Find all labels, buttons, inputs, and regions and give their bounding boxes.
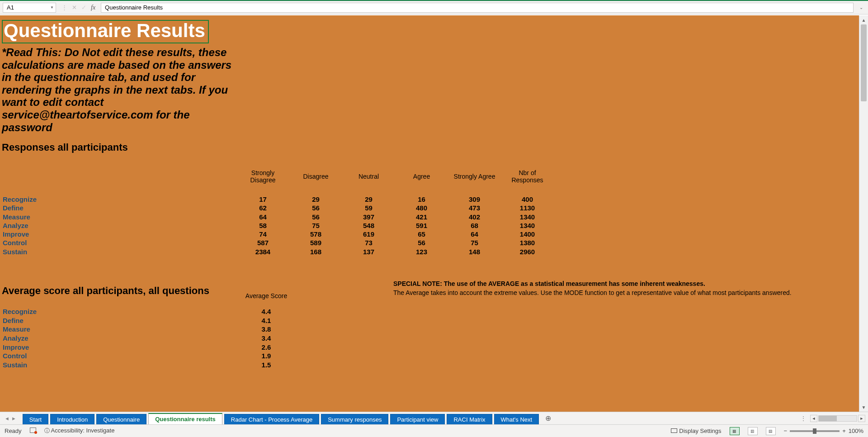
sheet-tab[interactable]: Participant view — [390, 414, 445, 425]
expand-formula-bar-icon[interactable]: ⌄ — [857, 5, 865, 10]
scroll-down-icon[interactable]: ▼ — [859, 403, 868, 412]
cell-sd: 64 — [237, 213, 289, 221]
cell-d: 56 — [290, 213, 342, 221]
worksheet[interactable]: Questionnaire Results *Read This: Do Not… — [0, 15, 859, 412]
responses-table: StronglyDisagree Disagree Neutral Agree … — [0, 168, 554, 256]
hscroll-thumb[interactable] — [819, 416, 837, 421]
scroll-up-icon[interactable]: ▲ — [859, 15, 868, 24]
cell-avg: 4.4 — [228, 308, 305, 316]
th-avg-score: Average Score — [228, 292, 305, 299]
row-label: Improve — [1, 343, 227, 352]
chevron-down-icon[interactable]: ▼ — [50, 5, 54, 10]
th-agree: Agree — [396, 169, 448, 184]
row-label: Control — [1, 352, 227, 360]
name-box[interactable]: A1 ▼ — [3, 3, 56, 13]
sheet-tab[interactable]: Questionnaire — [96, 414, 146, 425]
table-row: Measure64563974214021340 — [1, 213, 553, 221]
hscroll-right-icon[interactable]: ► — [858, 415, 865, 422]
accessibility-status[interactable]: ⓘ Accessibility: Investigate — [44, 427, 115, 435]
row-label: Recognize — [1, 308, 227, 316]
cell-sa: 309 — [448, 195, 500, 203]
cell-avg: 1.9 — [228, 352, 305, 360]
scroll-thumb[interactable] — [861, 24, 867, 101]
enter-icon[interactable]: ✓ — [81, 4, 86, 11]
formula-input-value: Questionnaire Results — [105, 4, 163, 11]
cell-sd: 74 — [237, 230, 289, 238]
cell-sa: 75 — [448, 239, 500, 247]
special-note-detail: The Average takes into account the extre… — [393, 289, 792, 296]
macro-record-icon[interactable] — [30, 428, 36, 434]
view-page-break-icon[interactable]: ▤ — [766, 427, 776, 435]
cell-n: 397 — [343, 213, 395, 221]
name-box-value: A1 — [7, 4, 14, 11]
table-row: Analyze3.4 — [1, 334, 305, 342]
formula-option-icon[interactable]: ⋮ — [61, 4, 67, 11]
vertical-scrollbar[interactable]: ▲ ▼ — [859, 15, 868, 412]
cell-a: 56 — [396, 239, 448, 247]
tab-nav-controls: ◄ ► — [0, 412, 21, 424]
sheet-tab[interactable]: Introduction — [50, 414, 94, 425]
sheet-tab[interactable]: Start — [23, 414, 48, 425]
zoom-value[interactable]: 100% — [849, 428, 863, 434]
table-row: Control1.9 — [1, 352, 305, 360]
warning-text: *Read This: Do Not edit these results, t… — [2, 46, 237, 133]
cell-d: 168 — [290, 248, 342, 256]
table-row: Improve7457861965641400 — [1, 230, 553, 238]
row-label: Analyze — [1, 222, 236, 229]
table-row: Analyze5875548591681340 — [1, 222, 553, 229]
row-label: Measure — [1, 213, 236, 221]
table-row: Recognize17292916309400 — [1, 195, 553, 203]
cell-nr: 1380 — [501, 239, 553, 247]
formula-input[interactable]: Questionnaire Results — [101, 3, 854, 13]
cell-d: 589 — [290, 239, 342, 247]
cell-d: 578 — [290, 230, 342, 238]
tab-nav-prev-icon[interactable]: ◄ — [5, 416, 9, 421]
tab-nav-next-icon[interactable]: ► — [11, 416, 16, 421]
th-disagree: Disagree — [290, 169, 342, 184]
cell-avg: 3.4 — [228, 334, 305, 342]
zoom-knob[interactable] — [813, 428, 816, 434]
cell-sa: 64 — [448, 230, 500, 238]
hscroll-track[interactable] — [818, 415, 857, 422]
view-page-layout-icon[interactable]: ▥ — [748, 427, 758, 435]
cell-sd: 17 — [237, 195, 289, 203]
sheet-tab[interactable]: Summary responses — [321, 414, 388, 425]
cell-sa: 402 — [448, 213, 500, 221]
cell-sa: 473 — [448, 204, 500, 212]
cancel-icon[interactable]: ✕ — [72, 4, 77, 11]
add-sheet-button[interactable]: ⊕ — [542, 412, 553, 424]
horizontal-scrollbar[interactable]: ⋮ ◄ ► — [795, 412, 868, 424]
cell-avg: 1.5 — [228, 361, 305, 369]
formula-bar-buttons: ⋮ ✕ ✓ fx — [60, 4, 97, 11]
th-nbr: Nbr of — [519, 169, 536, 176]
zoom-in-icon[interactable]: + — [842, 428, 846, 434]
hscroll-left-icon[interactable]: ◄ — [810, 415, 817, 422]
sheet-tab[interactable]: Questionnaire results — [148, 413, 222, 425]
display-settings-button[interactable]: Display Settings — [671, 428, 721, 434]
zoom-control[interactable]: − + 100% — [784, 428, 863, 434]
cell-nr: 1340 — [501, 213, 553, 221]
formula-bar: A1 ▼ ⋮ ✕ ✓ fx Questionnaire Results ⌄ — [0, 1, 868, 14]
cell-d: 29 — [290, 195, 342, 203]
cell-avg: 4.1 — [228, 317, 305, 325]
tab-split-handle[interactable]: ⋮ — [798, 415, 809, 422]
row-label: Improve — [1, 230, 236, 238]
cell-sd: 587 — [237, 239, 289, 247]
cell-n: 59 — [343, 204, 395, 212]
sheet-tab[interactable]: RACI Matrix — [447, 414, 492, 425]
cell-nr: 1400 — [501, 230, 553, 238]
zoom-out-icon[interactable]: − — [784, 428, 788, 434]
fx-icon[interactable]: fx — [91, 4, 95, 11]
sheet-tab[interactable]: Radar Chart - Process Average — [224, 414, 319, 425]
view-normal-icon[interactable]: ▦ — [730, 427, 740, 435]
sheet-tab[interactable]: What's Next — [494, 414, 539, 425]
sheet-tabs: StartIntroductionQuestionnaireQuestionna… — [21, 412, 539, 424]
table-row: Improve2.6 — [1, 343, 305, 352]
cell-a: 65 — [396, 230, 448, 238]
table-header-row: StronglyDisagree Disagree Neutral Agree … — [1, 169, 553, 184]
th-neutral: Neutral — [343, 169, 395, 184]
average-table: Average Score Recognize4.4Define4.1Measu… — [0, 291, 306, 370]
zoom-slider[interactable] — [790, 430, 840, 432]
scroll-track[interactable] — [859, 24, 868, 403]
row-label: Sustain — [1, 361, 227, 369]
